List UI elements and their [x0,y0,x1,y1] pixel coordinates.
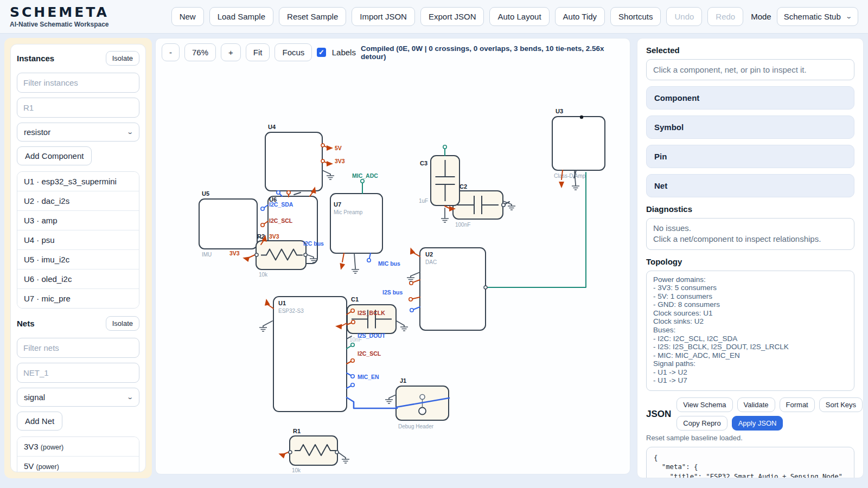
junction-dot [580,115,583,119]
instance-item[interactable]: U4 · psu [17,230,139,249]
import-json-button[interactable]: Import JSON [352,7,415,26]
schematic-canvas[interactable]: C2100nFU4U5IMUU6R210kU7Mic PreampC31uFU2… [156,66,630,474]
component-ref-C2: C2 [459,183,467,190]
pin-circle[interactable] [351,343,354,346]
diagnostics-heading: Diagnostics [646,204,854,214]
pin-circle[interactable] [351,359,354,362]
pin-circle[interactable] [351,375,354,378]
pin-stub [413,253,420,256]
format-button[interactable]: Format [780,397,815,412]
component-type-select[interactable]: resistor ⌄ [17,123,139,142]
component-ref-U5: U5 [202,190,209,197]
pin-circle[interactable] [261,223,264,227]
net-label-MIC-bus: MIC bus [378,260,400,267]
net-name-input[interactable] [17,363,139,383]
net-label-I2C_SDA: I2C_SDA [269,201,293,208]
net-label-MIC_EN: MIC_EN [358,374,379,380]
component-U4[interactable] [265,132,322,191]
chevron-down-icon: ⌄ [845,13,852,20]
pin-circle[interactable] [304,253,307,256]
instance-item[interactable]: U7 · mic_pre [17,288,139,308]
pin-circle[interactable] [321,159,324,163]
validate-button[interactable]: Validate [737,397,775,412]
pin-circle[interactable] [409,298,412,301]
auto-layout-button[interactable]: Auto Layout [489,7,549,26]
load-sample-button[interactable]: Load Sample [209,7,273,26]
net-item[interactable]: 5V (power) [17,456,139,472]
component-ref-U1: U1 [278,300,286,306]
pin-circle[interactable] [289,451,292,454]
zoom-out-button[interactable]: - [162,43,180,61]
view-schema-button[interactable]: View Schema [676,397,732,412]
inspector-section-component[interactable]: Component [646,86,854,110]
instance-list: U1 · esp32_s3_superminiU2 · dac_i2sU3 · … [17,171,139,309]
json-heading: JSON [646,409,671,420]
topology-box: Power domains:- 3V3: 5 consumers- 5V: 1 … [646,271,854,391]
inspector-section-pin[interactable]: Pin [646,145,854,168]
pin-circle[interactable] [352,320,355,324]
net-label-3V3: 3V3 [229,250,240,256]
component-U5[interactable] [199,199,257,249]
zoom-in-button[interactable]: + [221,43,241,61]
add-component-button[interactable]: Add Component [17,146,92,165]
pin-stub [342,253,344,262]
pin-circle[interactable] [443,145,446,149]
redo-button[interactable]: Redo [707,7,743,26]
shortcuts-button[interactable]: Shortcuts [610,7,661,26]
wire[interactable] [347,397,397,408]
wire[interactable] [488,172,586,287]
pin-circle[interactable] [261,207,264,210]
json-buttons: View SchemaValidateFormatSort KeysCopy R… [676,397,863,431]
pin-circle[interactable] [287,191,290,194]
ground-lead [338,452,346,458]
pin-circle[interactable] [277,191,280,194]
new-button[interactable]: New [171,7,204,26]
nets-isolate-button[interactable]: Isolate [106,316,139,331]
auto-tidy-button[interactable]: Auto Tidy [555,7,605,26]
pin-circle[interactable] [351,383,354,387]
labels-checkbox[interactable]: ✓ [317,48,326,57]
instances-isolate-button[interactable]: Isolate [106,51,139,66]
inspector-sections: ComponentSymbolPinNet [646,86,854,197]
component-U3[interactable] [552,117,605,170]
reset-sample-button[interactable]: Reset Sample [279,7,346,26]
topology-line: - I2C: I2C_SCL, I2C_SDA [653,335,847,343]
focus-button[interactable]: Focus [275,43,312,61]
pin-circle[interactable] [321,144,324,147]
instances-filter-input[interactable] [17,73,139,93]
component-sublabel: Mic Preamp [334,209,363,215]
inspector-section-net[interactable]: Net [646,174,854,197]
pin-circle[interactable] [502,203,505,207]
pin-circle[interactable] [367,259,371,262]
zoom-level-button[interactable]: 76% [184,43,216,61]
nets-filter-input[interactable] [17,338,139,358]
pin-circle[interactable] [361,179,364,183]
inspector-section-symbol[interactable]: Symbol [646,115,854,139]
pin-circle[interactable] [410,309,413,312]
component-ref-U7: U7 [334,201,341,208]
component-ref-input[interactable] [17,98,139,118]
chevron-down-icon: ⌄ [126,129,133,136]
pin-circle[interactable] [255,253,258,256]
app-header: SCHEMETA AI-Native Schematic Workspace N… [0,0,868,34]
add-net-button[interactable]: Add Net [17,412,62,431]
instance-item[interactable]: U3 · amp [17,210,139,230]
export-json-button[interactable]: Export JSON [420,7,484,26]
instance-item[interactable]: U6 · oled_i2c [17,269,139,288]
sort-keys-button[interactable]: Sort Keys [819,397,863,412]
undo-button[interactable]: Undo [666,7,702,26]
component-ref-C1: C1 [351,296,359,303]
json-editor[interactable]: { "meta": { "title": "ESP32 Smart Audio … [646,447,854,478]
instance-item[interactable]: U2 · dac_i2s [17,191,139,210]
fit-button[interactable]: Fit [246,43,270,61]
instance-item[interactable]: U1 · esp32_s3_supermini [17,172,139,191]
copy-repro-button[interactable]: Copy Repro [676,416,727,431]
mode-select[interactable]: Schematic Stub⌄ [777,7,858,26]
pin-circle[interactable] [351,309,354,312]
apply-json-button[interactable]: Apply JSON [732,416,783,431]
net-item[interactable]: 3V3 (power) [17,437,139,456]
pin-circle[interactable] [335,451,339,454]
pin-circle[interactable] [484,286,487,289]
net-type-select[interactable]: signal ⌄ [17,388,139,407]
instance-item[interactable]: U5 · imu_i2c [17,249,139,269]
